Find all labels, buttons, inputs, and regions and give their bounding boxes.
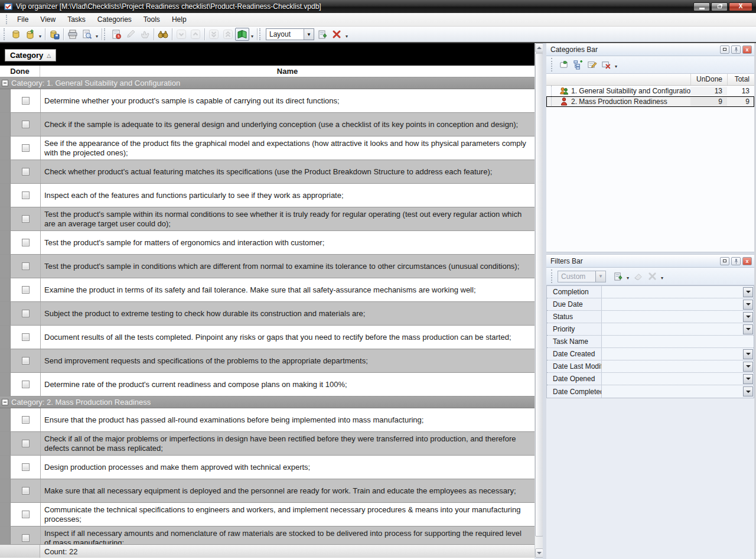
task-checkbox[interactable] bbox=[22, 463, 30, 471]
task-checkbox[interactable] bbox=[22, 357, 30, 365]
category-row[interactable]: 2. Mass Production Readiness99 bbox=[546, 96, 754, 107]
print-preview-dropdown-icon[interactable]: ▾ bbox=[94, 30, 100, 39]
categories-bar-close-button[interactable]: x bbox=[742, 46, 752, 54]
layout-combobox[interactable]: Layout ▼ bbox=[266, 28, 314, 40]
task-checkbox[interactable] bbox=[22, 381, 30, 388]
categories-bar-pin-button[interactable] bbox=[731, 46, 741, 54]
filter-value-field[interactable] bbox=[601, 336, 754, 347]
filter-dropdown-button[interactable] bbox=[743, 324, 753, 334]
apply-filter-button[interactable] bbox=[611, 270, 625, 283]
open-dropdown-icon[interactable]: ▾ bbox=[37, 30, 43, 39]
remove-filter-button[interactable] bbox=[645, 270, 659, 283]
print-preview-button[interactable] bbox=[80, 28, 94, 41]
category-group-row[interactable]: Category: 2. Mass Production Readiness bbox=[0, 396, 535, 408]
open-database-button[interactable] bbox=[23, 28, 37, 41]
task-row[interactable]: Check whether product's actual featuring… bbox=[0, 160, 535, 184]
category-row[interactable]: 1. General Suitability and Configuration… bbox=[546, 86, 754, 96]
task-row[interactable]: Document results of all the tests comple… bbox=[0, 326, 535, 349]
layout-combobox-dropdown[interactable]: ▼ bbox=[304, 29, 314, 40]
task-row[interactable]: Ensure that the product has passed all-r… bbox=[0, 408, 535, 432]
task-row[interactable]: Test the product's sample for matters of… bbox=[0, 231, 535, 255]
scroll-up-button[interactable] bbox=[535, 43, 543, 53]
categories-bar-restore-button[interactable] bbox=[720, 46, 729, 54]
categories-header-total[interactable]: Total bbox=[727, 74, 754, 85]
move-top-button[interactable] bbox=[221, 28, 235, 41]
layout-view-dropdown-icon[interactable]: ▾ bbox=[249, 30, 255, 39]
task-row[interactable]: Communicate the technical specifications… bbox=[0, 503, 535, 526]
minimize-button[interactable] bbox=[693, 2, 710, 11]
menu-file[interactable]: File bbox=[11, 14, 34, 25]
filter-value-field[interactable] bbox=[601, 298, 742, 310]
filter-value-field[interactable] bbox=[601, 311, 742, 323]
menu-categories[interactable]: Categories bbox=[92, 14, 138, 25]
filter-dropdown-button[interactable] bbox=[743, 374, 753, 384]
task-checkbox[interactable] bbox=[22, 333, 30, 341]
move-down-button[interactable] bbox=[174, 28, 188, 41]
restore-button[interactable] bbox=[711, 2, 728, 11]
move-up-button[interactable] bbox=[188, 28, 203, 41]
close-button[interactable]: X bbox=[729, 2, 752, 11]
task-checkbox[interactable] bbox=[22, 416, 30, 424]
task-checkbox[interactable] bbox=[22, 239, 30, 246]
menu-tools[interactable]: Tools bbox=[138, 14, 166, 25]
task-checkbox[interactable] bbox=[22, 144, 30, 152]
edit-category-button[interactable] bbox=[585, 58, 599, 72]
task-checkbox[interactable] bbox=[22, 440, 30, 447]
save-database-button[interactable] bbox=[47, 28, 61, 41]
filters-bar-close-button[interactable]: x bbox=[742, 257, 752, 265]
group-by-category-button[interactable]: Category △ bbox=[5, 49, 56, 61]
new-task-button[interactable] bbox=[109, 28, 123, 41]
filters-bar-restore-button[interactable] bbox=[720, 257, 729, 265]
category-group-row[interactable]: Category: 1. General Suitability and Con… bbox=[0, 77, 535, 89]
filter-dropdown-button[interactable] bbox=[743, 287, 753, 297]
task-row[interactable]: Determine whether your product's sample … bbox=[0, 89, 535, 113]
collapse-icon[interactable] bbox=[2, 80, 8, 86]
task-row[interactable]: Test the product's sample within its nor… bbox=[0, 207, 535, 231]
task-row[interactable]: Test the product's sample in conditions … bbox=[0, 255, 535, 278]
new-category-button[interactable] bbox=[556, 58, 571, 72]
filter-value-field[interactable] bbox=[601, 360, 742, 372]
task-checkbox[interactable] bbox=[22, 534, 30, 542]
layout-view-button[interactable] bbox=[235, 28, 249, 41]
categories-toolbar-dropdown-icon[interactable]: ▾ bbox=[613, 60, 619, 69]
task-row[interactable]: Check if the sample is adequate to its g… bbox=[0, 113, 535, 136]
task-row[interactable]: See if the appearance of the product fit… bbox=[0, 136, 535, 160]
task-row[interactable]: Check if all of the major problems or im… bbox=[0, 432, 535, 456]
move-task-button[interactable] bbox=[138, 28, 152, 41]
scroll-down-button[interactable] bbox=[535, 548, 543, 558]
filter-preset-combobox[interactable]: Custom ▼ bbox=[558, 271, 606, 282]
filter-value-field[interactable] bbox=[601, 385, 742, 398]
menu-help[interactable]: Help bbox=[166, 14, 193, 25]
filter-dropdown-button[interactable] bbox=[743, 349, 753, 359]
delete-layout-button[interactable] bbox=[330, 28, 344, 41]
toolbar-more-dropdown-icon[interactable]: ▾ bbox=[344, 30, 350, 39]
vertical-scrollbar[interactable] bbox=[535, 43, 543, 558]
task-row[interactable]: Inspect if all necessary amounts and nom… bbox=[0, 526, 535, 544]
task-row[interactable]: Subject the product to extreme testing t… bbox=[0, 302, 535, 326]
task-row[interactable]: Determine rate of the product's current … bbox=[0, 373, 535, 396]
filter-dropdown-button[interactable] bbox=[743, 300, 753, 310]
filter-dropdown-button[interactable] bbox=[743, 362, 753, 372]
task-checkbox[interactable] bbox=[22, 310, 30, 317]
task-checkbox[interactable] bbox=[22, 511, 30, 518]
clear-filter-button[interactable] bbox=[631, 270, 645, 283]
menu-view[interactable]: View bbox=[34, 14, 61, 25]
categories-header-name[interactable] bbox=[546, 74, 690, 85]
task-checkbox[interactable] bbox=[22, 168, 30, 176]
menu-tasks[interactable]: Tasks bbox=[61, 14, 92, 25]
task-row[interactable]: Examine the product in terms of its safe… bbox=[0, 278, 535, 302]
filter-dropdown-button[interactable] bbox=[743, 386, 753, 396]
task-checkbox[interactable] bbox=[22, 121, 30, 128]
filter-value-field[interactable] bbox=[601, 286, 742, 298]
apply-layout-button[interactable] bbox=[315, 28, 330, 41]
task-checkbox[interactable] bbox=[22, 215, 30, 223]
task-row[interactable]: Make sure that all necessary equipment i… bbox=[0, 479, 535, 503]
task-row[interactable]: Design production processes and make the… bbox=[0, 456, 535, 479]
task-row[interactable]: Send improvement requests and specificat… bbox=[0, 349, 535, 373]
filter-value-field[interactable] bbox=[601, 348, 742, 360]
new-database-button[interactable] bbox=[9, 28, 23, 41]
task-checkbox[interactable] bbox=[22, 262, 30, 270]
delete-category-button[interactable] bbox=[599, 58, 613, 72]
edit-task-button[interactable] bbox=[123, 28, 138, 41]
task-checkbox[interactable] bbox=[22, 487, 30, 495]
